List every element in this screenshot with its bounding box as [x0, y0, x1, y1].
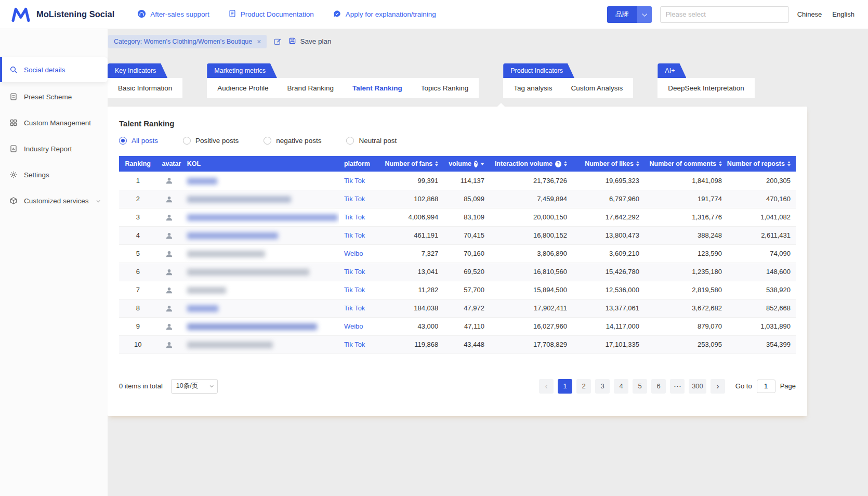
col-interaction-volume[interactable]: Interaction volume?	[490, 156, 572, 172]
nav-product-documentation[interactable]: Product Documentation	[228, 9, 314, 19]
platform-link[interactable]: Tik Tok	[344, 286, 365, 294]
tab-custom-analysis[interactable]: Custom Analysis	[562, 84, 633, 92]
platform-link[interactable]: Tik Tok	[344, 304, 365, 312]
page-button-2[interactable]: 2	[576, 379, 591, 394]
platform-link[interactable]: Tik Tok	[344, 268, 365, 276]
nav-label: After-sales support	[150, 10, 209, 18]
volume-cell: 43,448	[443, 335, 490, 354]
radio-all-posts[interactable]: All posts	[119, 137, 158, 145]
sidebar-item-customized-services[interactable]: Customized services	[0, 189, 108, 212]
brand-dropdown-button[interactable]: 品牌	[607, 6, 652, 23]
col-number-of-reposts[interactable]: Number of reposts	[727, 156, 796, 172]
table-row: 3Tik Tok4,006,99483,10920,000,15017,642,…	[119, 208, 796, 226]
help-icon[interactable]: ?	[555, 161, 561, 167]
sidebar-item-settings[interactable]: Customized services Settings	[0, 163, 108, 186]
platform-link[interactable]: Tik Tok	[344, 195, 365, 203]
tab-topics-ranking[interactable]: Topics Ranking	[412, 84, 478, 92]
filter-bar: Category: Women's Clothing/Women's Bouti…	[108, 34, 868, 48]
sort-icon[interactable]	[787, 161, 791, 166]
fans-cell: 11,282	[382, 281, 443, 299]
platform-link[interactable]: Tik Tok	[344, 177, 365, 185]
page-button-300[interactable]: 300	[689, 379, 706, 394]
chevron-down-icon	[637, 6, 652, 23]
platform-link[interactable]: Weibo	[344, 322, 363, 330]
reposts-cell: 1,041,082	[727, 208, 796, 226]
tab-brand-ranking[interactable]: Brand Ranking	[278, 84, 343, 92]
tab-deepseek-interpretation[interactable]: DeepSeek Interpretation	[659, 84, 753, 92]
sort-icon[interactable]	[636, 161, 639, 166]
sidebar-item-custom-management[interactable]: Custom Management	[0, 111, 108, 134]
fans-cell: 13,041	[382, 263, 443, 281]
lang-chinese-link[interactable]: Chinese	[797, 10, 822, 18]
save-plan-button[interactable]: Save plan	[288, 37, 331, 46]
col-number-of-likes[interactable]: Number of likes	[572, 156, 645, 172]
col-number-of-fans[interactable]: Number of fans	[382, 156, 443, 172]
platform-link[interactable]: Tik Tok	[344, 231, 365, 239]
radio-icon	[183, 137, 191, 145]
table-row: 4Tik Tok461,19170,41516,800,15213,800,47…	[119, 226, 796, 244]
page-button-6[interactable]: 6	[651, 379, 666, 394]
next-page-button[interactable]: ›	[711, 379, 725, 394]
radio-neutral-post[interactable]: Neutral post	[346, 137, 397, 145]
avatar-icon	[165, 268, 173, 276]
tab-group-title-key-indicators[interactable]: Key Indicators	[108, 63, 167, 78]
platform-link[interactable]: Weibo	[344, 250, 363, 257]
kol-name-blurred[interactable]	[187, 196, 291, 203]
tab-talent-ranking[interactable]: Talent Ranking	[343, 84, 412, 92]
sort-icon[interactable]	[719, 161, 722, 166]
ranking-cell: 2	[119, 190, 157, 208]
page-button-1[interactable]: 1	[558, 379, 572, 394]
kol-name-blurred[interactable]	[187, 305, 218, 312]
kol-name-blurred[interactable]	[187, 342, 273, 348]
volume-cell: 70,160	[443, 244, 490, 263]
tab-tag-analysis[interactable]: Tag analysis	[504, 84, 561, 92]
nav-apply-for-training[interactable]: Apply for explanation/training	[333, 9, 436, 20]
page-button-4[interactable]: 4	[614, 379, 628, 394]
kol-name-blurred[interactable]	[187, 214, 338, 221]
sidebar-item-social-details[interactable]: Social details	[0, 57, 108, 82]
kol-name-blurred[interactable]	[187, 287, 226, 294]
table-row: 10Tik Tok119,86843,44817,708,82917,101,3…	[119, 335, 796, 354]
sidebar-item-preset-scheme[interactable]: Preset Scheme	[0, 85, 108, 108]
save-plan-label: Save plan	[300, 37, 331, 45]
page-button-5[interactable]: 5	[633, 379, 647, 394]
platform-link[interactable]: Tik Tok	[344, 341, 365, 348]
lang-english-link[interactable]: English	[832, 10, 854, 18]
tab-group-title-product-indicators[interactable]: Product Indicators	[503, 63, 574, 78]
sort-icon[interactable]	[435, 161, 438, 166]
interaction-cell: 16,810,560	[490, 263, 572, 281]
tab-group-title-marketing-metrics[interactable]: Marketing metrics	[207, 63, 277, 78]
nav-after-sales-support[interactable]: After-sales support	[137, 9, 209, 20]
fans-cell: 43,000	[382, 317, 443, 335]
col-volume[interactable]: volume?	[443, 156, 490, 172]
radio-positive-posts[interactable]: Positive posts	[183, 137, 239, 145]
kol-name-blurred[interactable]	[187, 323, 317, 330]
close-icon[interactable]: ×	[257, 38, 261, 45]
prev-page-button[interactable]: ‹	[539, 379, 554, 394]
talent-ranking-table: Ranking avatar KOL platform Number of fa…	[119, 156, 796, 354]
sort-icon[interactable]	[564, 161, 567, 166]
page-button-3[interactable]: 3	[595, 379, 610, 394]
sidebar-item-industry-report[interactable]: Industry Report	[0, 137, 108, 160]
page-size-select[interactable]: 10条/页	[171, 379, 218, 394]
interaction-cell: 16,027,960	[490, 317, 572, 335]
goto-page-input[interactable]	[757, 380, 775, 393]
platform-link[interactable]: Tik Tok	[344, 213, 365, 221]
avatar-icon	[165, 195, 173, 203]
kol-name-blurred[interactable]	[187, 178, 217, 185]
tab-audience-profile[interactable]: Audience Profile	[208, 84, 278, 92]
ranking-cell: 1	[119, 172, 157, 190]
col-number-of-comments[interactable]: Number of comments	[645, 156, 727, 172]
volume-cell: 47,972	[443, 299, 490, 317]
edit-plan-button[interactable]	[273, 37, 282, 46]
more-pages-button[interactable]: ⋯	[670, 379, 685, 394]
radio-negative-posts[interactable]: negative posts	[264, 137, 321, 145]
help-icon[interactable]: ?	[474, 161, 478, 167]
kol-name-blurred[interactable]	[187, 232, 278, 239]
volume-cell: 83,109	[443, 208, 490, 226]
tab-group-title-ai[interactable]: AI+	[657, 63, 686, 78]
kol-name-blurred[interactable]	[187, 251, 265, 257]
tab-basic-information[interactable]: Basic Information	[109, 84, 181, 92]
please-select-input[interactable]	[660, 6, 789, 23]
kol-name-blurred[interactable]	[187, 269, 309, 276]
